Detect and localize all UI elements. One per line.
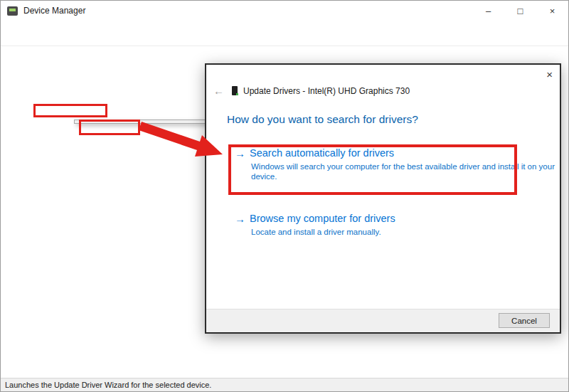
- menu-bar: [1, 21, 568, 32]
- window-title: Device Manager: [23, 6, 85, 16]
- status-text: Launches the Update Driver Wizard for th…: [5, 381, 211, 389]
- option-description: Locate and install a driver manually.: [251, 227, 569, 237]
- context-menu: [74, 120, 216, 124]
- dialog-back-icon[interactable]: ←: [213, 85, 229, 97]
- device-manager-app-icon: [7, 6, 18, 16]
- dialog-heading: How do you want to search for drivers?: [227, 113, 418, 126]
- maximize-button[interactable]: □: [504, 1, 536, 21]
- update-drivers-dialog: × ← Update Drivers - Intel(R) UHD Graphi…: [205, 63, 561, 334]
- search-automatically-option[interactable]: →Search automatically for drivers Window…: [235, 147, 569, 181]
- dialog-close-icon[interactable]: ×: [546, 68, 553, 80]
- toolbar: [1, 32, 568, 46]
- close-button[interactable]: ×: [536, 1, 568, 21]
- browse-computer-option[interactable]: →Browse my computer for drivers Locate a…: [235, 212, 569, 237]
- status-bar: Launches the Update Driver Wizard for th…: [1, 378, 568, 391]
- dialog-title: Update Drivers - Intel(R) UHD Graphics 7…: [243, 86, 410, 96]
- device-tree: [1, 47, 568, 49]
- option-description: Windows will search your computer for th…: [251, 161, 569, 181]
- right-arrow-icon: →: [235, 147, 245, 159]
- cancel-button[interactable]: Cancel: [499, 313, 550, 328]
- option-title: Search automatically for drivers: [250, 147, 394, 159]
- minimize-button[interactable]: –: [472, 1, 504, 21]
- option-title: Browse my computer for drivers: [250, 213, 395, 224]
- device-manager-window: Device Manager – □ × Launches the Update…: [0, 0, 569, 392]
- right-arrow-icon: →: [235, 213, 245, 225]
- title-bar: Device Manager – □ ×: [1, 1, 568, 21]
- driver-icon: [232, 86, 238, 95]
